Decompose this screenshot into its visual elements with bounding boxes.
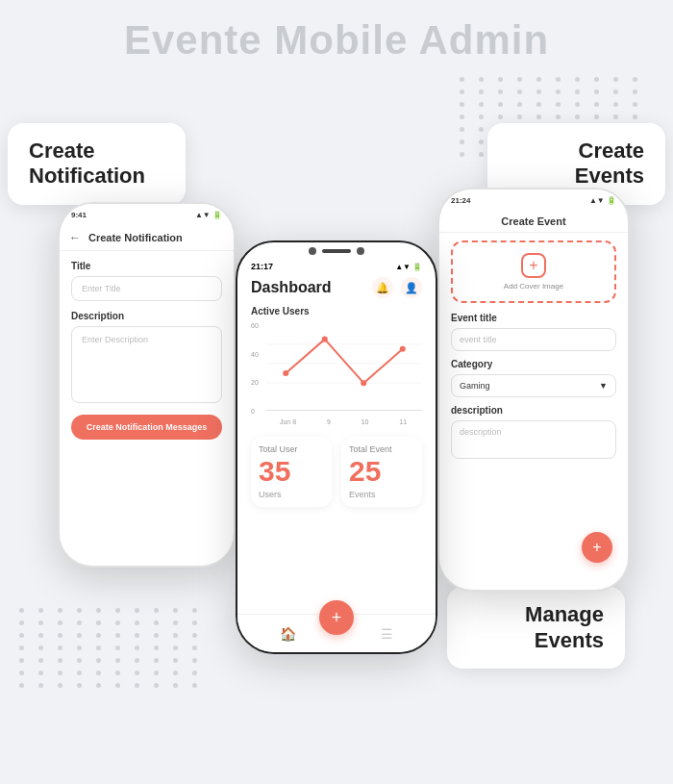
svg-point-6 bbox=[361, 380, 366, 386]
event-title-label: Event title bbox=[451, 313, 616, 323]
events-sub: Events bbox=[349, 490, 414, 499]
create-notification-label: Create Notification bbox=[29, 139, 145, 188]
chart-svg bbox=[266, 320, 422, 417]
total-users-label: Total User bbox=[259, 444, 324, 454]
phone-center: 21:17 ▲▼ 🔋 Dashboard 🔔 👤 Active Users 60… bbox=[236, 240, 437, 654]
chart-section: Active Users 60 40 20 0 bbox=[237, 302, 436, 429]
signal-icon: ▲▼ bbox=[395, 263, 411, 271]
create-notification-card: Create Notification bbox=[8, 123, 186, 205]
total-users-value: 35 bbox=[259, 457, 324, 486]
create-events-label: Create Events bbox=[575, 139, 644, 188]
users-sub: Users bbox=[259, 490, 324, 499]
create-notification-button[interactable]: Create Notification Messages bbox=[71, 415, 222, 440]
category-select[interactable]: Gaming ▼ bbox=[451, 374, 616, 397]
description-label: Description bbox=[71, 311, 222, 321]
svg-point-7 bbox=[400, 346, 406, 352]
svg-point-4 bbox=[283, 370, 288, 376]
stats-row: Total User 35 Users Total Event 25 Event… bbox=[237, 429, 436, 515]
description-input[interactable]: Enter Description bbox=[71, 326, 222, 403]
home-nav-icon[interactable]: 🏠 bbox=[280, 626, 296, 642]
center-time: 21:17 bbox=[251, 262, 273, 271]
events-header: Create Event bbox=[439, 211, 628, 233]
event-title-input[interactable]: event title bbox=[451, 328, 616, 351]
notif-body: Title Enter Title Description Enter Desc… bbox=[60, 251, 234, 449]
speaker-icon bbox=[322, 249, 351, 253]
dropdown-arrow-icon: ▼ bbox=[599, 381, 608, 391]
chart-container bbox=[266, 320, 422, 417]
manage-events-label: Manage Events bbox=[525, 602, 604, 651]
x-axis-labels: Jun 8 9 10 11 bbox=[251, 417, 422, 425]
back-arrow-icon[interactable]: ← bbox=[69, 231, 81, 244]
right-status-icons: ▲▼ 🔋 bbox=[589, 196, 616, 205]
cover-upload-area[interactable]: + Add Cover Image bbox=[451, 240, 616, 303]
events-screen-title: Create Event bbox=[501, 215, 565, 227]
total-events-card: Total Event 25 Events bbox=[341, 437, 422, 507]
manage-events-card: Manage Events bbox=[447, 587, 625, 669]
total-events-value: 25 bbox=[349, 457, 414, 486]
header-icons: 🔔 👤 bbox=[372, 277, 422, 298]
event-description-input[interactable]: description bbox=[451, 420, 616, 459]
svg-point-5 bbox=[322, 337, 328, 342]
title-label: Title bbox=[71, 261, 222, 271]
left-status-icons: ▲▼ 🔋 bbox=[195, 211, 222, 219]
total-users-card: Total User 35 Users bbox=[251, 437, 332, 507]
chart-title: Active Users bbox=[251, 306, 422, 316]
center-status-bar: 21:17 ▲▼ 🔋 bbox=[237, 258, 436, 271]
notif-header: ← Create Notification bbox=[60, 225, 234, 251]
signal-area: ▲▼ 🔋 bbox=[395, 263, 422, 271]
battery-icon: 🔋 bbox=[412, 263, 422, 271]
title-input[interactable]: Enter Title bbox=[71, 276, 222, 301]
bottom-nav: 🏠 + ☰ bbox=[237, 614, 436, 652]
cover-plus-icon: + bbox=[521, 253, 546, 278]
notif-screen-title: Create Notification bbox=[88, 232, 183, 243]
dashboard-header: Dashboard 🔔 👤 bbox=[237, 271, 436, 302]
phone-left: 9:41 ▲▼ 🔋 ← Create Notification Title En… bbox=[58, 202, 236, 568]
cover-label: Add Cover Image bbox=[504, 282, 563, 291]
chart-wrapper: 60 40 20 0 bbox=[251, 320, 422, 417]
phone-right: 21:24 ▲▼ 🔋 Create Event + Add Cover Imag… bbox=[437, 188, 630, 592]
events-body: + Add Cover Image Event title event titl… bbox=[439, 233, 628, 474]
main-title: Evente Mobile Admin bbox=[0, 0, 673, 63]
dashboard-fab-button[interactable]: + bbox=[319, 600, 354, 635]
left-status-bar: 9:41 ▲▼ 🔋 bbox=[60, 204, 234, 225]
right-status-bar: 21:24 ▲▼ 🔋 bbox=[439, 190, 628, 211]
menu-nav-icon[interactable]: ☰ bbox=[381, 626, 393, 642]
category-label: Category bbox=[451, 359, 616, 369]
camera-icon bbox=[309, 247, 316, 255]
event-description-label: description bbox=[451, 405, 616, 416]
y-axis-labels: 60 40 20 0 bbox=[251, 320, 259, 417]
camera-icon-2 bbox=[357, 247, 364, 255]
dashboard-title: Dashboard bbox=[251, 279, 332, 296]
left-status-time: 9:41 bbox=[71, 211, 87, 219]
events-fab-button[interactable]: + bbox=[582, 532, 612, 563]
center-notch bbox=[237, 242, 436, 258]
dot-pattern-bottom-left: (function(){ const dp = document.querySe… bbox=[19, 608, 204, 688]
total-events-label: Total Event bbox=[349, 444, 414, 454]
category-value: Gaming bbox=[460, 381, 490, 391]
bell-icon[interactable]: 🔔 bbox=[372, 277, 393, 298]
right-status-time: 21:24 bbox=[451, 196, 470, 205]
user-icon[interactable]: 👤 bbox=[401, 277, 422, 298]
